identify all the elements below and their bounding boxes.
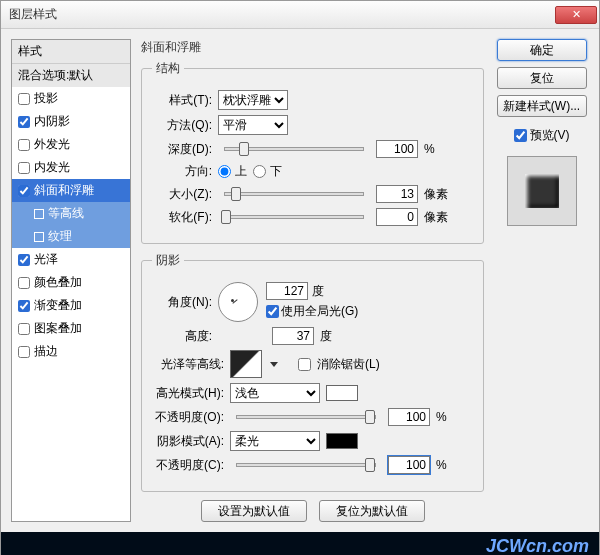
shadow-mode-select[interactable]: 柔光: [230, 431, 320, 451]
cancel-button[interactable]: 复位: [497, 67, 587, 89]
altitude-label: 高度:: [152, 328, 212, 345]
soften-input[interactable]: [376, 208, 418, 226]
list-item-inner-shadow[interactable]: 内阴影: [12, 110, 130, 133]
style-label: 样式(T):: [152, 92, 212, 109]
styles-list: 样式 混合选项:默认 投影 内阴影 外发光 内发光 斜面和浮雕 等高线 纹理 光…: [11, 39, 131, 522]
list-item-stroke[interactable]: 描边: [12, 340, 130, 363]
list-item-outer-glow[interactable]: 外发光: [12, 133, 130, 156]
preview-thumbnail: [525, 174, 559, 208]
styles-header: 样式: [12, 40, 130, 64]
sub-box-icon: [34, 209, 44, 219]
method-label: 方法(Q):: [152, 117, 212, 134]
soften-slider[interactable]: [224, 215, 364, 219]
gloss-label: 光泽等高线:: [152, 356, 224, 373]
size-slider[interactable]: [224, 192, 364, 196]
soften-label: 软化(F):: [152, 209, 212, 226]
soften-unit: 像素: [424, 209, 448, 226]
direction-up-radio[interactable]: [218, 165, 231, 178]
checkbox[interactable]: [18, 346, 30, 358]
reset-default-button[interactable]: 复位为默认值: [319, 500, 425, 522]
shading-legend: 阴影: [152, 252, 184, 269]
checkbox[interactable]: [18, 323, 30, 335]
depth-label: 深度(D):: [152, 141, 212, 158]
size-label: 大小(Z):: [152, 186, 212, 203]
global-light-checkbox[interactable]: [266, 305, 279, 318]
checkbox[interactable]: [18, 300, 30, 312]
list-item-gradient-overlay[interactable]: 渐变叠加: [12, 294, 130, 317]
altitude-input[interactable]: [272, 327, 314, 345]
shadow-opacity-label: 不透明度(C):: [152, 457, 224, 474]
shadow-opacity-input[interactable]: [388, 456, 430, 474]
direction-down-radio[interactable]: [253, 165, 266, 178]
list-item-color-overlay[interactable]: 颜色叠加: [12, 271, 130, 294]
shadow-mode-label: 阴影模式(A):: [152, 433, 224, 450]
size-unit: 像素: [424, 186, 448, 203]
dialog-title: 图层样式: [9, 6, 555, 23]
checkbox[interactable]: [18, 185, 30, 197]
preview-box: [507, 156, 577, 226]
list-item-pattern-overlay[interactable]: 图案叠加: [12, 317, 130, 340]
list-item-satin[interactable]: 光泽: [12, 248, 130, 271]
checkbox[interactable]: [18, 254, 30, 266]
list-item-texture[interactable]: 纹理: [12, 225, 130, 248]
checkbox[interactable]: [18, 139, 30, 151]
highlight-mode-select[interactable]: 浅色: [230, 383, 320, 403]
list-item-bevel-emboss[interactable]: 斜面和浮雕: [12, 179, 130, 202]
shading-group: 阴影 角度(N): 度: [141, 252, 484, 492]
action-panel: 确定 复位 新建样式(W)... 预览(V): [494, 39, 589, 522]
blend-options-item[interactable]: 混合选项:默认: [12, 64, 130, 87]
size-input[interactable]: [376, 185, 418, 203]
antialias-checkbox[interactable]: [298, 358, 311, 371]
style-select[interactable]: 枕状浮雕: [218, 90, 288, 110]
angle-label: 角度(N):: [152, 294, 212, 311]
checkbox[interactable]: [18, 277, 30, 289]
depth-input[interactable]: [376, 140, 418, 158]
close-button[interactable]: ✕: [555, 6, 597, 24]
highlight-mode-label: 高光模式(H):: [152, 385, 224, 402]
shadow-opacity-slider[interactable]: [236, 463, 376, 467]
direction-label: 方向:: [152, 163, 212, 180]
checkbox[interactable]: [18, 116, 30, 128]
layer-style-dialog: 图层样式 ✕ 样式 混合选项:默认 投影 内阴影 外发光 内发光 斜面和浮雕 等…: [0, 0, 600, 555]
section-title: 斜面和浮雕: [141, 39, 484, 56]
chevron-down-icon[interactable]: [270, 362, 278, 367]
checkbox[interactable]: [18, 162, 30, 174]
angle-dial[interactable]: [218, 282, 258, 322]
list-item-drop-shadow[interactable]: 投影: [12, 87, 130, 110]
set-default-button[interactable]: 设置为默认值: [201, 500, 307, 522]
ok-button[interactable]: 确定: [497, 39, 587, 61]
checkbox[interactable]: [18, 93, 30, 105]
highlight-opacity-slider[interactable]: [236, 415, 376, 419]
depth-unit: %: [424, 142, 435, 156]
list-item-contour[interactable]: 等高线: [12, 202, 130, 225]
highlight-opacity-label: 不透明度(O):: [152, 409, 224, 426]
highlight-opacity-input[interactable]: [388, 408, 430, 426]
structure-group: 结构 样式(T): 枕状浮雕 方法(Q): 平滑 深度(D): % 方向:: [141, 60, 484, 244]
gloss-contour-picker[interactable]: [230, 350, 262, 378]
titlebar[interactable]: 图层样式 ✕: [1, 1, 599, 29]
angle-input[interactable]: [266, 282, 308, 300]
highlight-color-swatch[interactable]: [326, 385, 358, 401]
watermark-text: JCWcn.com: [1, 532, 599, 555]
preview-checkbox[interactable]: [514, 129, 527, 142]
list-item-inner-glow[interactable]: 内发光: [12, 156, 130, 179]
new-style-button[interactable]: 新建样式(W)...: [497, 95, 587, 117]
shadow-color-swatch[interactable]: [326, 433, 358, 449]
settings-panel: 斜面和浮雕 结构 样式(T): 枕状浮雕 方法(Q): 平滑 深度(D): %: [141, 39, 484, 522]
method-select[interactable]: 平滑: [218, 115, 288, 135]
structure-legend: 结构: [152, 60, 184, 77]
sub-box-icon: [34, 232, 44, 242]
depth-slider[interactable]: [224, 147, 364, 151]
